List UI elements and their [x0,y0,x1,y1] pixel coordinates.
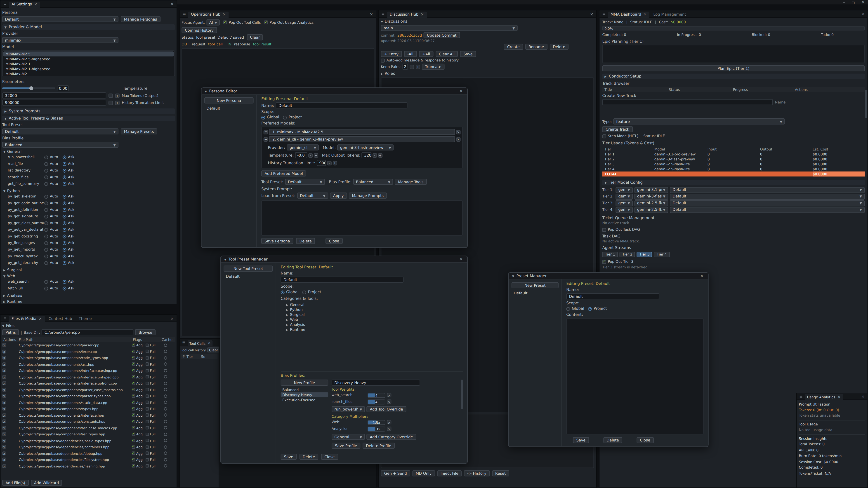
remove-file-button[interactable]: x [2,369,6,372]
bias-profile-select[interactable]: Balanced▼ [353,179,393,185]
conductor-setup-header[interactable]: ▶Conductor Setup [602,74,865,79]
full-checkbox[interactable] [145,382,149,385]
provider-select[interactable]: minimax▼ [2,37,119,43]
panel-close-icon[interactable]: × [589,11,594,16]
decrement-button[interactable]: - [410,64,414,69]
full-checkbox[interactable] [145,344,149,347]
decrement-button[interactable]: - [308,153,313,158]
tab-close-icon[interactable]: × [837,395,841,399]
model-list-item[interactable]: MiniMax-M2 [3,71,174,76]
bias-profile-item[interactable]: Balanced [281,387,329,392]
profile-name-input[interactable]: Discovery-Heavy [332,380,420,386]
global-radio[interactable] [281,290,285,294]
stream-tab[interactable]: Tier 4 [654,252,670,257]
agg-checkbox[interactable] [132,394,135,398]
agg-checkbox[interactable] [132,432,135,436]
agg-checkbox[interactable] [132,445,135,449]
increment-button[interactable]: + [314,153,318,158]
files-header[interactable]: ▼Files [2,324,175,328]
comms-history-button[interactable]: Comms History [182,27,217,33]
decrement-button[interactable]: - [108,100,113,105]
delete-persona-button[interactable]: Delete [296,238,315,244]
tier-model-select[interactable]: gemini-2.5-flash-lite▼ [634,200,668,206]
tool-group-header[interactable]: ▼ General [3,149,175,154]
remove-file-button[interactable]: x [2,375,6,379]
model-list-item[interactable]: MiniMax-M2.1 [3,61,174,66]
preset-list-item[interactable]: Default [512,291,559,296]
full-checkbox[interactable] [145,369,149,372]
full-checkbox[interactable] [145,394,149,398]
epic-planning-textarea[interactable] [602,45,865,63]
temperature-slider[interactable] [2,86,55,91]
agg-checkbox[interactable] [132,426,135,429]
truncate-button[interactable]: Truncate [422,64,445,70]
remove-multiplier-button[interactable]: × [387,427,392,431]
panel-close-icon[interactable]: × [368,11,374,16]
preset-name-input[interactable]: Default [566,293,659,299]
clear-status-button[interactable]: Clear [247,34,263,40]
remove-file-button[interactable]: x [2,426,6,430]
agg-checkbox[interactable] [132,439,135,442]
project-radio[interactable] [283,116,287,119]
agg-checkbox[interactable] [132,350,135,353]
tab-menu-icon[interactable]: ≡ [798,394,804,399]
increment-button[interactable]: + [115,100,120,105]
scrollbar[interactable] [865,90,867,119]
tool-override-select[interactable]: run_powershell▼ [332,406,365,412]
tier-provider-select[interactable]: gemini▼ [616,193,633,199]
add-wildcard-button[interactable]: Add Wildcard [31,480,62,486]
update-commit-button[interactable]: Update Commit [424,32,460,38]
persona-name-input[interactable]: Default [276,102,408,108]
decrement-button[interactable]: - [108,93,113,98]
agg-checkbox[interactable] [132,420,135,423]
remove-file-button[interactable]: x [2,458,6,462]
remove-file-button[interactable]: x [2,451,6,455]
full-checkbox[interactable] [145,458,149,461]
full-checkbox[interactable] [145,363,149,366]
save-button[interactable]: Save [573,437,589,443]
decrement-button[interactable]: - [373,153,377,158]
provider-model-header[interactable]: ▼Provider & Model [2,24,175,30]
agg-checkbox[interactable] [132,382,135,385]
ask-radio[interactable] [62,261,66,265]
tab-usage-analytics[interactable]: Usage Analytics × [805,394,843,400]
roles-header[interactable]: ▶Roles [381,71,594,76]
new-preset-button[interactable]: New Preset [512,282,559,288]
tab-menu-icon[interactable]: ≡ [181,340,186,345]
new-persona-button[interactable]: New Persona [204,97,254,103]
auto-radio[interactable] [44,182,48,186]
full-checkbox[interactable] [145,401,149,404]
entry-button[interactable]: Clear All [436,51,458,57]
ask-radio[interactable] [62,254,66,258]
model-list-item[interactable]: MiniMax-M2.1-highspeed [3,66,174,71]
entry-button[interactable]: +All [419,51,433,57]
auto-radio[interactable] [44,215,48,218]
tier-model-config-header[interactable]: ▼Tier Model Config [602,180,865,185]
collapse-arrow-icon[interactable]: ▼ [512,274,514,278]
preferred-model-button[interactable]: 1. minimax - MiniMax-M2.5 [269,129,455,135]
model-list-item[interactable]: MiniMax-M2.5-highspeed [3,57,174,61]
auto-radio[interactable] [44,221,48,225]
increment-button[interactable]: + [378,153,382,158]
tier-provider-select[interactable]: gemini▼ [616,207,633,213]
base-dir-input[interactable]: C:/projects/gencpp [41,329,133,335]
maximize-icon[interactable]: □ [848,0,858,4]
decrement-button[interactable]: - [327,161,331,165]
tool-preset-list-item[interactable]: Default [223,274,273,279]
auto-radio[interactable] [44,228,48,232]
remove-file-button[interactable]: x [2,388,6,392]
tab-menu-icon[interactable]: ≡ [182,11,187,16]
popout-tool-calls-checkbox[interactable] [223,21,227,24]
tier-preset-select[interactable]: Default▼ [670,187,865,193]
system-prompt-textarea[interactable] [261,200,463,236]
agg-checkbox[interactable] [132,344,135,347]
new-tool-preset-button[interactable]: New Tool Preset [223,266,273,272]
persona-editor-titlebar[interactable]: ▼ Persona Editor × [202,88,467,94]
tab-menu-icon[interactable]: ≡ [601,11,607,16]
bias-profile-item[interactable]: Discovery-Heavy [281,392,329,397]
ask-radio[interactable] [62,162,66,166]
tool-weight-drag[interactable]: 4 [368,399,385,404]
tab-mma-dashboard[interactable]: MMA Dashboard × [608,11,649,18]
project-radio[interactable] [303,290,306,294]
category-tree-item[interactable]: ▶ Python [286,307,463,312]
